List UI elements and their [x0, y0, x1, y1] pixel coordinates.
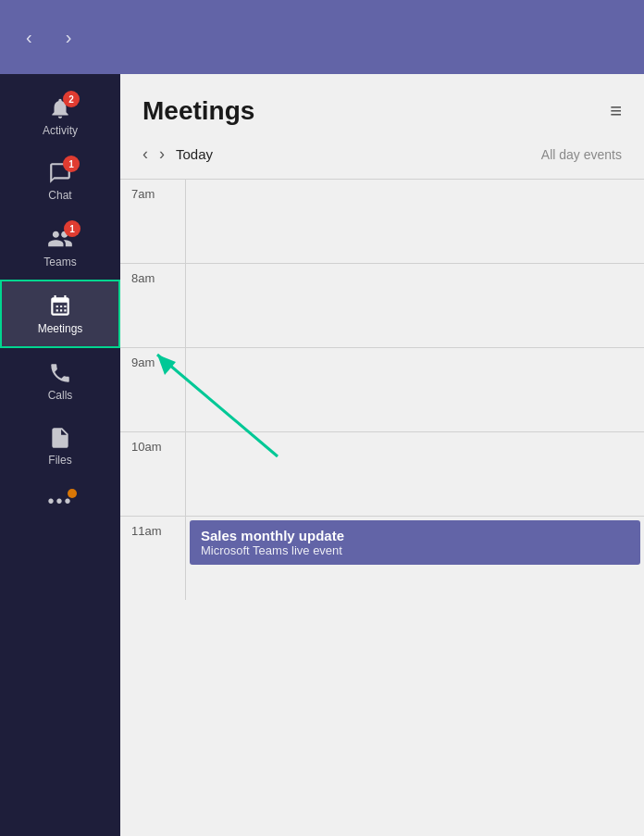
- sidebar-item-activity[interactable]: 2Activity: [0, 83, 120, 148]
- more-icon: •••: [47, 491, 72, 512]
- sidebar-label-calls: Calls: [48, 389, 73, 402]
- meetings-calendar-icon: [48, 294, 72, 318]
- forward-button[interactable]: ›: [58, 23, 80, 52]
- event-subtitle: Microsoft Teams live event: [201, 543, 629, 557]
- chat-icon: 1: [48, 161, 72, 185]
- sidebar-label-activity: Activity: [43, 124, 78, 137]
- top-bar: ‹ ›: [0, 0, 644, 74]
- content-area: Meetings ≡ ‹ › Today All day events 7am8…: [120, 74, 644, 836]
- sidebar-label-teams: Teams: [43, 256, 76, 268]
- time-slot-9am: [185, 348, 644, 431]
- time-label-9am: 9am: [120, 348, 185, 377]
- time-slot-11am[interactable]: Sales monthly updateMicrosoft Teams live…: [185, 517, 644, 600]
- sidebar-item-more[interactable]: •••: [0, 478, 120, 527]
- sidebar-item-teams[interactable]: 1Teams: [0, 213, 120, 280]
- time-slot-8am: [185, 264, 644, 347]
- teams-icon: 1: [47, 226, 73, 252]
- time-label-10am: 10am: [120, 432, 185, 461]
- bell-icon: 2: [48, 96, 72, 120]
- time-slot-10am: [185, 432, 644, 516]
- event-block[interactable]: Sales monthly updateMicrosoft Teams live…: [190, 520, 640, 565]
- time-label-11am: 11am: [120, 517, 185, 545]
- time-label-8am: 8am: [120, 264, 185, 293]
- time-row-10am: 10am: [120, 431, 644, 516]
- sidebar-item-chat[interactable]: 1Chat: [0, 148, 120, 213]
- back-button[interactable]: ‹: [19, 23, 40, 52]
- sidebar-label-files: Files: [48, 454, 71, 467]
- page-title: Meetings: [142, 96, 254, 126]
- calendar-nav: ‹ › Today All day events: [120, 137, 644, 179]
- main-layout: 2Activity 1Chat 1Teams Meetings Calls Fi…: [0, 74, 644, 836]
- time-slot-7am: [185, 180, 644, 263]
- calls-icon: [48, 361, 72, 385]
- time-row-7am: 7am: [120, 179, 644, 263]
- list-menu-icon[interactable]: ≡: [610, 99, 622, 123]
- time-row-8am: 8am: [120, 263, 644, 347]
- cal-back-button[interactable]: ‹: [142, 144, 148, 164]
- sidebar-item-calls[interactable]: Calls: [0, 348, 120, 413]
- cal-current-date: Today: [176, 146, 213, 162]
- time-label-7am: 7am: [120, 180, 185, 208]
- files-icon: [48, 426, 72, 450]
- sidebar-item-files[interactable]: Files: [0, 413, 120, 478]
- sidebar-item-meetings[interactable]: Meetings: [0, 280, 120, 348]
- time-row-11am: 11amSales monthly updateMicrosoft Teams …: [120, 516, 644, 600]
- content-header: Meetings ≡: [120, 74, 644, 137]
- sidebar: 2Activity 1Chat 1Teams Meetings Calls Fi…: [0, 74, 120, 836]
- time-row-9am: 9am: [120, 347, 644, 431]
- sidebar-label-chat: Chat: [48, 189, 71, 202]
- cal-forward-button[interactable]: ›: [159, 144, 165, 164]
- sidebar-label-meetings: Meetings: [38, 322, 83, 335]
- cal-all-day-label: All day events: [541, 147, 622, 162]
- event-title: Sales monthly update: [201, 528, 629, 543]
- calendar-body: 7am8am9am10am11amSales monthly updateMic…: [120, 179, 644, 836]
